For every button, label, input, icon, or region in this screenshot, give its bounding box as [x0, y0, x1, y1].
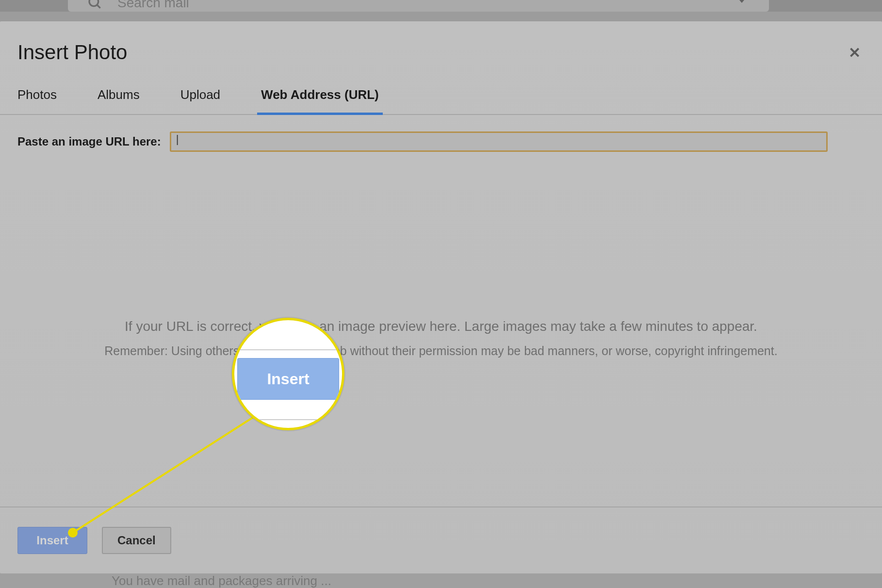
- search-placeholder: Search mail: [117, 0, 189, 11]
- dialog-title: Insert Photo: [17, 41, 127, 64]
- tab-photos[interactable]: Photos: [17, 87, 57, 114]
- url-input[interactable]: |: [170, 131, 828, 152]
- gmail-mail-preview: You have mail and packages arriving ...: [0, 573, 882, 588]
- magnifier-divider-top: [234, 349, 342, 350]
- preview-hint-line1: If your URL is correct, you'll see an im…: [0, 319, 882, 334]
- close-icon[interactable]: ✕: [849, 44, 861, 61]
- tab-upload[interactable]: Upload: [180, 87, 220, 114]
- search-options-dropdown-icon[interactable]: [737, 0, 747, 3]
- preview-placeholder: If your URL is correct, you'll see an im…: [0, 319, 882, 358]
- preview-hint-line2: Remember: Using others' images on the we…: [0, 344, 882, 358]
- url-input-label: Paste an image URL here:: [17, 135, 161, 148]
- svg-line-1: [97, 5, 100, 8]
- search-icon: [87, 0, 103, 15]
- tab-bar: Photos Albums Upload Web Address (URL): [0, 64, 882, 115]
- cancel-button[interactable]: Cancel: [102, 527, 171, 554]
- annotation-magnifier: Insert: [232, 318, 344, 430]
- tab-web-address[interactable]: Web Address (URL): [261, 87, 379, 114]
- dialog-header: Insert Photo ✕: [0, 21, 882, 64]
- magnified-insert-button: Insert: [237, 358, 339, 400]
- tab-albums[interactable]: Albums: [98, 87, 140, 114]
- annotation-dot: [68, 528, 78, 538]
- insert-photo-dialog: Insert Photo ✕ Photos Albums Upload Web …: [0, 21, 882, 573]
- url-input-row: Paste an image URL here: |: [0, 115, 882, 168]
- dialog-footer: Insert Cancel: [0, 506, 882, 573]
- mail-preview-text: You have mail and packages arriving ...: [112, 573, 331, 588]
- gmail-searchbar[interactable]: Search mail: [68, 0, 769, 12]
